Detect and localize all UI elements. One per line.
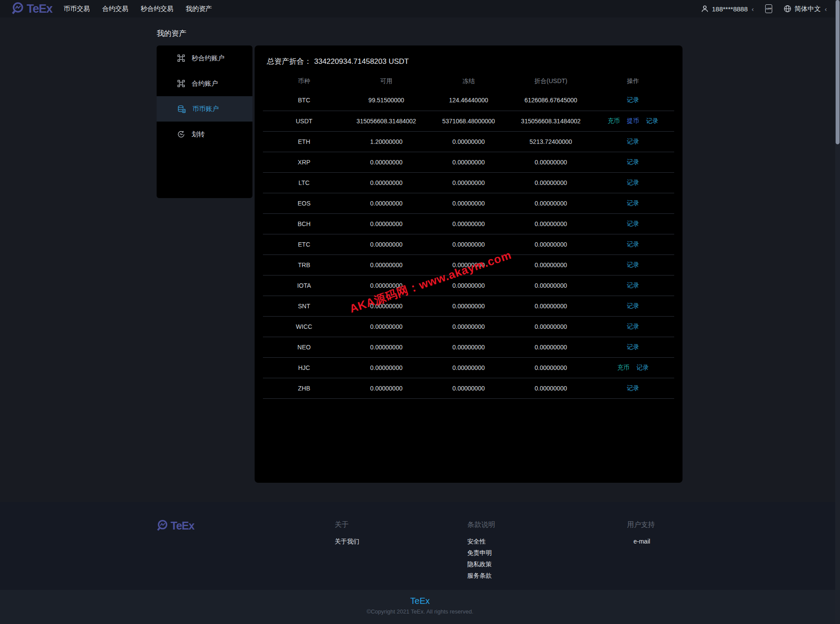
nav-item-spot-trade[interactable]: 币币交易: [64, 5, 90, 13]
asset-row: WICC 0.00000000 0.00000000 0.00000000 记录: [263, 316, 674, 337]
col-header-coin: 币种: [263, 73, 345, 90]
available-cell: 1.20000000: [345, 131, 427, 152]
withdraw-link[interactable]: 提币: [627, 117, 639, 124]
main-nav: 币币交易 合约交易 秒合约交易 我的资产: [64, 5, 212, 13]
sidebar-item-label: 秒合约账户: [192, 54, 224, 63]
frozen-cell: 5371068.48000000: [427, 111, 510, 131]
record-link[interactable]: 记录: [627, 179, 639, 186]
record-link[interactable]: 记录: [627, 302, 639, 309]
record-link[interactable]: 记录: [627, 96, 639, 103]
footer-link-privacy-policy[interactable]: 隐私政策: [467, 560, 495, 568]
nav-item-seconds-contract-trade[interactable]: 秒合约交易: [141, 5, 174, 13]
asset-row: ETH 1.20000000 0.00000000 5213.72400000 …: [263, 131, 674, 152]
total-assets-label: 总资产折合：: [267, 57, 312, 66]
converted-cell: 0.00000000: [510, 213, 592, 234]
record-link[interactable]: 记录: [627, 323, 639, 330]
main-content: 我的资产 秒合约账户 合约账户: [0, 17, 840, 483]
available-cell: 99.51500000: [345, 90, 427, 111]
frozen-cell: 0.00000000: [427, 296, 510, 316]
converted-cell: 0.00000000: [510, 337, 592, 357]
user-menu[interactable]: 188****8888 ‹: [701, 5, 754, 13]
converted-cell: 0.00000000: [510, 152, 592, 172]
coin-cell: TRB: [263, 254, 345, 275]
asset-row: SNT 0.00000000 0.00000000 0.00000000 记录: [263, 296, 674, 316]
total-assets-line: 总资产折合：334220934.71458203 USDT: [263, 56, 674, 67]
language-selector[interactable]: 简体中文 ‹: [784, 5, 827, 13]
record-link[interactable]: 记录: [637, 364, 649, 371]
footer-heading-about: 关于: [335, 520, 359, 529]
footer: TeEx 关于 关于我们 条款说明 安全性 免责申明 隐私政策 服务条款 用户支…: [0, 502, 840, 590]
available-cell: 0.00000000: [345, 357, 427, 378]
frozen-cell: 0.00000000: [427, 193, 510, 213]
asset-row: ZHB 0.00000000 0.00000000 0.00000000 记录: [263, 378, 674, 398]
sidebar-item-seconds-contract-account[interactable]: 秒合约账户: [157, 45, 252, 71]
coin-cell: IOTA: [263, 275, 345, 296]
footer-heading-support: 用户支持: [627, 520, 655, 529]
asset-row: ETC 0.00000000 0.00000000 0.00000000 记录: [263, 234, 674, 254]
bottom-bar: TeEx ©Copyright 2021 TeEx. All rights re…: [0, 590, 840, 624]
deposit-link[interactable]: 充币: [617, 364, 630, 371]
sidebar-item-spot-account[interactable]: 币币账户: [157, 96, 252, 122]
globe-icon: [784, 5, 791, 13]
converted-cell: 0.00000000: [510, 316, 592, 337]
assets-table-body: BTC 99.51500000 124.46440000 6126086.676…: [263, 90, 674, 398]
footer-brand-text: TeEx: [171, 520, 194, 531]
magnifier-pulse-icon: [156, 519, 170, 533]
available-cell: 0.00000000: [345, 234, 427, 254]
footer-link-terms-of-service[interactable]: 服务条款: [467, 571, 495, 580]
actions-cell: 记录: [592, 316, 674, 337]
record-link[interactable]: 记录: [627, 282, 639, 289]
app-download-button[interactable]: APP: [765, 4, 772, 13]
actions-cell: 记录: [592, 378, 674, 398]
actions-cell: 记录: [592, 275, 674, 296]
record-link[interactable]: 记录: [646, 117, 658, 124]
top-navbar: TeEx 币币交易 合约交易 秒合约交易 我的资产 188****8888 ‹ …: [0, 0, 840, 17]
record-link[interactable]: 记录: [627, 241, 639, 248]
vertical-scrollbar[interactable]: [835, 0, 840, 624]
converted-cell: 0.00000000: [510, 378, 592, 398]
assets-table-header-row: 币种 可用 冻结 折合(USDT) 操作: [263, 73, 674, 90]
contract-account-icon: [177, 80, 185, 87]
footer-link-security[interactable]: 安全性: [467, 537, 495, 546]
coin-cell: BCH: [263, 213, 345, 234]
copyright-text: ©Copyright 2021 TeEx. All rights reserve…: [0, 608, 840, 615]
frozen-cell: 0.00000000: [427, 131, 510, 152]
actions-cell: 充币记录: [592, 357, 674, 378]
coin-cell: XRP: [263, 152, 345, 172]
actions-cell: 记录: [592, 172, 674, 193]
converted-cell: 0.00000000: [510, 357, 592, 378]
converted-cell: 0.00000000: [510, 296, 592, 316]
sidebar-item-contract-account[interactable]: 合约账户: [157, 71, 252, 96]
page-title: 我的资产: [0, 17, 840, 39]
frozen-cell: 0.00000000: [427, 152, 510, 172]
footer-column-about: 关于 关于我们: [335, 520, 359, 546]
converted-cell: 0.00000000: [510, 193, 592, 213]
record-link[interactable]: 记录: [627, 220, 639, 227]
deposit-link[interactable]: 充币: [608, 117, 620, 124]
nav-item-contract-trade[interactable]: 合约交易: [102, 5, 129, 13]
available-cell: 0.00000000: [345, 254, 427, 275]
footer-link-about-us[interactable]: 关于我们: [335, 537, 359, 546]
record-link[interactable]: 记录: [627, 158, 639, 165]
record-link[interactable]: 记录: [627, 384, 639, 391]
record-link[interactable]: 记录: [627, 199, 639, 206]
actions-cell: 充币提币记录: [592, 111, 674, 131]
nav-item-my-assets[interactable]: 我的资产: [186, 5, 212, 13]
bottom-brand: TeEx: [0, 596, 840, 606]
record-link[interactable]: 记录: [627, 261, 639, 268]
spot-account-coins-icon: [177, 105, 186, 113]
record-link[interactable]: 记录: [627, 138, 639, 145]
app-phone-icon: APP: [765, 4, 772, 13]
scrollbar-thumb[interactable]: [836, 0, 840, 144]
coin-cell: ZHB: [263, 378, 345, 398]
footer-link-email[interactable]: e-mail: [634, 537, 655, 546]
coin-cell: USDT: [263, 111, 345, 131]
asset-row: BTC 99.51500000 124.46440000 6126086.676…: [263, 90, 674, 111]
user-phone: 188****8888: [712, 5, 748, 13]
brand-logo[interactable]: TeEx: [10, 1, 52, 17]
footer-link-disclaimer[interactable]: 免责申明: [467, 548, 495, 557]
record-link[interactable]: 记录: [627, 343, 639, 350]
coin-cell: HJC: [263, 357, 345, 378]
frozen-cell: 0.00000000: [427, 357, 510, 378]
sidebar-item-transfer[interactable]: 划转: [157, 122, 252, 147]
